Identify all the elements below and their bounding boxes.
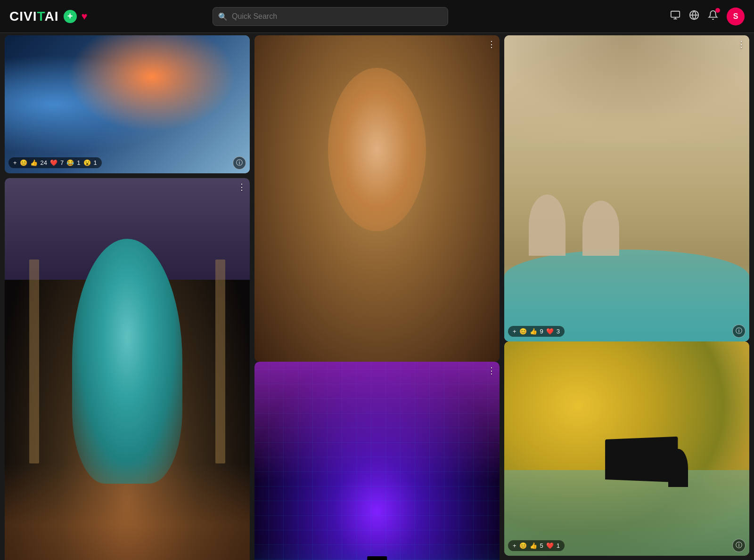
search-input[interactable] bbox=[213, 7, 448, 26]
more-options-button[interactable]: ⋮ bbox=[487, 40, 496, 49]
heart-reaction[interactable]: ❤️ bbox=[546, 542, 554, 549]
info-button[interactable]: ⓘ bbox=[732, 539, 746, 552]
image-gallery: + 😊 👍 24 ❤️ 7 😂 1 😮 1 ⓘ bbox=[5, 35, 749, 560]
logo-ai: AI bbox=[45, 9, 59, 24]
svg-rect-0 bbox=[671, 11, 680, 17]
gallery-item[interactable]: ⋮ bbox=[254, 35, 500, 362]
add-reaction-button[interactable]: + bbox=[513, 542, 516, 549]
gallery-item[interactable]: ⋮ bbox=[5, 178, 250, 560]
browse-icon[interactable] bbox=[689, 10, 699, 23]
header-right: S bbox=[670, 8, 745, 25]
heart-reaction[interactable]: ❤️ bbox=[546, 328, 554, 335]
notification-badge bbox=[715, 8, 720, 13]
logo-civi: CIVI bbox=[9, 9, 37, 24]
laugh-reaction[interactable]: 😂 bbox=[66, 159, 74, 166]
main-content: + 😊 👍 24 ❤️ 7 😂 1 😮 1 ⓘ bbox=[0, 0, 754, 560]
emoji-button[interactable]: 😊 bbox=[519, 542, 527, 549]
reaction-bar: + 😊 👍 5 ❤️ 1 bbox=[508, 540, 565, 551]
thumbsup-count: 24 bbox=[41, 159, 47, 166]
emoji-button[interactable]: 😊 bbox=[519, 328, 527, 335]
favorites-heart-icon[interactable]: ♥ bbox=[82, 10, 88, 23]
gallery-item[interactable]: + 😊 👍 24 ❤️ 7 😂 1 😮 1 ⓘ bbox=[5, 35, 250, 173]
emoji-button[interactable]: 😊 bbox=[20, 159, 27, 166]
heart-count: 3 bbox=[557, 328, 560, 335]
logo-text: CIVITAI bbox=[9, 9, 59, 24]
logo: CIVITAI + ♥ bbox=[9, 9, 88, 24]
reaction-bar: + 😊 👍 24 ❤️ 7 😂 1 😮 1 bbox=[8, 157, 102, 168]
more-options-button[interactable]: ⋮ bbox=[487, 366, 496, 375]
gallery-item[interactable]: + 😊 👍 5 ❤️ 1 ⓘ bbox=[504, 341, 749, 556]
gallery-item[interactable]: ⋮ + 😊 👍 bbox=[504, 35, 749, 341]
search-bar: 🔍 bbox=[213, 7, 448, 26]
reaction-bar: + 😊 👍 9 ❤️ 3 bbox=[508, 326, 565, 337]
heart-count: 7 bbox=[60, 159, 64, 166]
heart-count: 1 bbox=[557, 542, 560, 549]
add-reaction-button[interactable]: + bbox=[13, 159, 17, 166]
gallery-item[interactable]: ⋮ + 😊 bbox=[254, 362, 500, 560]
thumbsup-count: 5 bbox=[540, 542, 543, 549]
notifications-icon[interactable] bbox=[708, 10, 718, 23]
main-header: CIVITAI + ♥ 🔍 S bbox=[0, 0, 754, 33]
user-avatar[interactable]: S bbox=[727, 8, 745, 25]
thumbsup-button[interactable]: 👍 bbox=[30, 159, 38, 166]
display-icon[interactable] bbox=[670, 10, 680, 23]
more-options-button[interactable]: ⋮ bbox=[238, 182, 246, 192]
create-plus-button[interactable]: + bbox=[64, 10, 77, 23]
heart-reaction[interactable]: ❤️ bbox=[50, 159, 57, 166]
add-reaction-button[interactable]: + bbox=[513, 328, 516, 335]
search-icon: 🔍 bbox=[218, 12, 228, 21]
wow-count: 1 bbox=[94, 159, 97, 166]
thumbsup-button[interactable]: 👍 bbox=[530, 542, 537, 549]
wow-reaction[interactable]: 😮 bbox=[83, 159, 91, 166]
info-button[interactable]: ⓘ bbox=[233, 156, 246, 170]
laugh-count: 1 bbox=[77, 159, 80, 166]
thumbsup-count: 9 bbox=[540, 328, 543, 335]
logo-t: T bbox=[37, 9, 44, 24]
more-options-button[interactable]: ⋮ bbox=[737, 40, 746, 49]
info-button[interactable]: ⓘ bbox=[732, 325, 746, 338]
thumbsup-button[interactable]: 👍 bbox=[530, 328, 537, 335]
